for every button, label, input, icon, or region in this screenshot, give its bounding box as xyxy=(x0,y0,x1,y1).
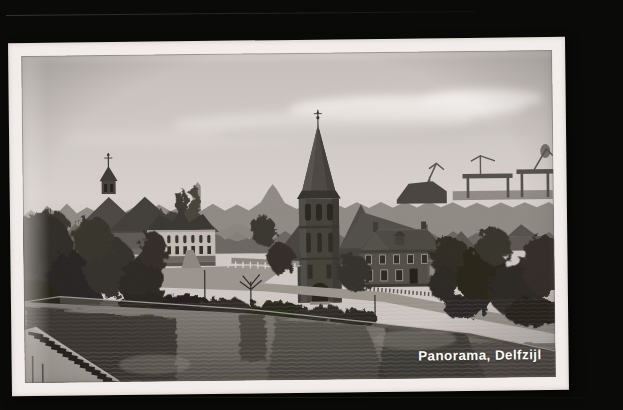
photo-caption: Panorama, Delfzijl xyxy=(418,347,542,363)
panorama-scene xyxy=(21,50,556,383)
panorama-photo: Panorama, Delfzijl xyxy=(21,50,556,383)
backdrop-scratch-line xyxy=(18,397,584,398)
postcard: Panorama, Delfzijl xyxy=(8,37,569,396)
photo-finish-overlays xyxy=(21,50,556,383)
postcard-scan-backdrop: Panorama, Delfzijl xyxy=(0,0,623,410)
backdrop-scratch-line xyxy=(6,11,476,16)
